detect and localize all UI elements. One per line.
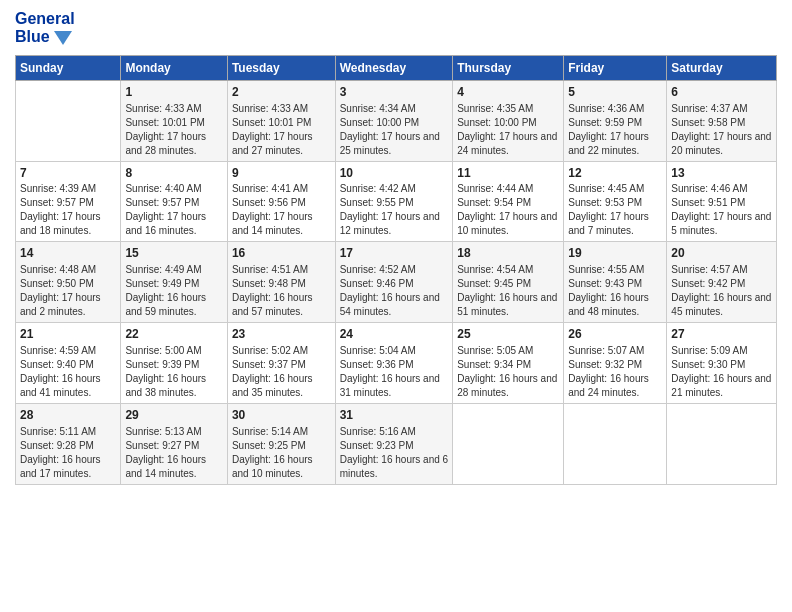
day-cell: 12Sunrise: 4:45 AMSunset: 9:53 PMDayligh… (564, 161, 667, 242)
day-number: 5 (568, 84, 662, 101)
header: General Blue (15, 10, 777, 47)
day-info: Sunrise: 4:40 AMSunset: 9:57 PMDaylight:… (125, 182, 222, 238)
day-number: 1 (125, 84, 222, 101)
day-cell: 4Sunrise: 4:35 AMSunset: 10:00 PMDayligh… (453, 80, 564, 161)
day-number: 2 (232, 84, 331, 101)
day-cell: 19Sunrise: 4:55 AMSunset: 9:43 PMDayligh… (564, 242, 667, 323)
logo: General Blue (15, 10, 75, 47)
day-cell: 10Sunrise: 4:42 AMSunset: 9:55 PMDayligh… (335, 161, 453, 242)
day-info: Sunrise: 4:59 AMSunset: 9:40 PMDaylight:… (20, 344, 116, 400)
day-info: Sunrise: 5:00 AMSunset: 9:39 PMDaylight:… (125, 344, 222, 400)
day-number: 18 (457, 245, 559, 262)
day-number: 3 (340, 84, 449, 101)
day-number: 22 (125, 326, 222, 343)
logo-text: General Blue (15, 10, 75, 47)
day-info: Sunrise: 4:33 AMSunset: 10:01 PMDaylight… (232, 102, 331, 158)
day-number: 8 (125, 165, 222, 182)
day-number: 9 (232, 165, 331, 182)
day-info: Sunrise: 4:46 AMSunset: 9:51 PMDaylight:… (671, 182, 772, 238)
day-number: 6 (671, 84, 772, 101)
day-cell: 18Sunrise: 4:54 AMSunset: 9:45 PMDayligh… (453, 242, 564, 323)
day-info: Sunrise: 4:55 AMSunset: 9:43 PMDaylight:… (568, 263, 662, 319)
day-cell: 25Sunrise: 5:05 AMSunset: 9:34 PMDayligh… (453, 323, 564, 404)
day-cell: 21Sunrise: 4:59 AMSunset: 9:40 PMDayligh… (16, 323, 121, 404)
day-info: Sunrise: 4:49 AMSunset: 9:49 PMDaylight:… (125, 263, 222, 319)
day-number: 30 (232, 407, 331, 424)
day-cell (453, 403, 564, 484)
weekday-header-friday: Friday (564, 55, 667, 80)
day-cell: 28Sunrise: 5:11 AMSunset: 9:28 PMDayligh… (16, 403, 121, 484)
weekday-header-wednesday: Wednesday (335, 55, 453, 80)
day-cell: 22Sunrise: 5:00 AMSunset: 9:39 PMDayligh… (121, 323, 227, 404)
weekday-header-tuesday: Tuesday (227, 55, 335, 80)
day-cell: 3Sunrise: 4:34 AMSunset: 10:00 PMDayligh… (335, 80, 453, 161)
day-cell: 24Sunrise: 5:04 AMSunset: 9:36 PMDayligh… (335, 323, 453, 404)
day-number: 11 (457, 165, 559, 182)
day-cell: 13Sunrise: 4:46 AMSunset: 9:51 PMDayligh… (667, 161, 777, 242)
day-cell: 2Sunrise: 4:33 AMSunset: 10:01 PMDayligh… (227, 80, 335, 161)
day-number: 12 (568, 165, 662, 182)
day-info: Sunrise: 4:44 AMSunset: 9:54 PMDaylight:… (457, 182, 559, 238)
day-info: Sunrise: 4:34 AMSunset: 10:00 PMDaylight… (340, 102, 449, 158)
day-info: Sunrise: 4:42 AMSunset: 9:55 PMDaylight:… (340, 182, 449, 238)
day-number: 17 (340, 245, 449, 262)
day-info: Sunrise: 5:02 AMSunset: 9:37 PMDaylight:… (232, 344, 331, 400)
day-number: 16 (232, 245, 331, 262)
weekday-header-sunday: Sunday (16, 55, 121, 80)
day-info: Sunrise: 4:51 AMSunset: 9:48 PMDaylight:… (232, 263, 331, 319)
svg-marker-0 (54, 31, 72, 45)
day-number: 14 (20, 245, 116, 262)
day-info: Sunrise: 5:07 AMSunset: 9:32 PMDaylight:… (568, 344, 662, 400)
day-number: 15 (125, 245, 222, 262)
day-cell: 23Sunrise: 5:02 AMSunset: 9:37 PMDayligh… (227, 323, 335, 404)
day-info: Sunrise: 4:37 AMSunset: 9:58 PMDaylight:… (671, 102, 772, 158)
day-cell: 8Sunrise: 4:40 AMSunset: 9:57 PMDaylight… (121, 161, 227, 242)
day-cell (16, 80, 121, 161)
week-row-2: 7Sunrise: 4:39 AMSunset: 9:57 PMDaylight… (16, 161, 777, 242)
week-row-5: 28Sunrise: 5:11 AMSunset: 9:28 PMDayligh… (16, 403, 777, 484)
day-cell (667, 403, 777, 484)
day-info: Sunrise: 5:04 AMSunset: 9:36 PMDaylight:… (340, 344, 449, 400)
weekday-header-saturday: Saturday (667, 55, 777, 80)
day-number: 19 (568, 245, 662, 262)
day-cell: 30Sunrise: 5:14 AMSunset: 9:25 PMDayligh… (227, 403, 335, 484)
weekday-header-monday: Monday (121, 55, 227, 80)
day-cell: 16Sunrise: 4:51 AMSunset: 9:48 PMDayligh… (227, 242, 335, 323)
day-number: 26 (568, 326, 662, 343)
day-info: Sunrise: 4:57 AMSunset: 9:42 PMDaylight:… (671, 263, 772, 319)
week-row-1: 1Sunrise: 4:33 AMSunset: 10:01 PMDayligh… (16, 80, 777, 161)
day-number: 23 (232, 326, 331, 343)
day-info: Sunrise: 5:14 AMSunset: 9:25 PMDaylight:… (232, 425, 331, 481)
day-info: Sunrise: 4:52 AMSunset: 9:46 PMDaylight:… (340, 263, 449, 319)
day-cell: 15Sunrise: 4:49 AMSunset: 9:49 PMDayligh… (121, 242, 227, 323)
logo-triangle-icon (52, 29, 74, 47)
day-cell: 14Sunrise: 4:48 AMSunset: 9:50 PMDayligh… (16, 242, 121, 323)
day-cell: 20Sunrise: 4:57 AMSunset: 9:42 PMDayligh… (667, 242, 777, 323)
day-number: 25 (457, 326, 559, 343)
day-info: Sunrise: 4:33 AMSunset: 10:01 PMDaylight… (125, 102, 222, 158)
day-number: 29 (125, 407, 222, 424)
day-number: 13 (671, 165, 772, 182)
day-number: 10 (340, 165, 449, 182)
day-number: 7 (20, 165, 116, 182)
page: General Blue SundayMondayTuesdayWednesda… (0, 0, 792, 612)
day-cell: 5Sunrise: 4:36 AMSunset: 9:59 PMDaylight… (564, 80, 667, 161)
day-info: Sunrise: 4:41 AMSunset: 9:56 PMDaylight:… (232, 182, 331, 238)
day-number: 28 (20, 407, 116, 424)
day-number: 21 (20, 326, 116, 343)
day-info: Sunrise: 5:11 AMSunset: 9:28 PMDaylight:… (20, 425, 116, 481)
week-row-3: 14Sunrise: 4:48 AMSunset: 9:50 PMDayligh… (16, 242, 777, 323)
day-info: Sunrise: 4:39 AMSunset: 9:57 PMDaylight:… (20, 182, 116, 238)
day-cell: 11Sunrise: 4:44 AMSunset: 9:54 PMDayligh… (453, 161, 564, 242)
day-info: Sunrise: 5:13 AMSunset: 9:27 PMDaylight:… (125, 425, 222, 481)
day-number: 27 (671, 326, 772, 343)
day-info: Sunrise: 4:35 AMSunset: 10:00 PMDaylight… (457, 102, 559, 158)
weekday-header-thursday: Thursday (453, 55, 564, 80)
day-number: 31 (340, 407, 449, 424)
day-cell: 26Sunrise: 5:07 AMSunset: 9:32 PMDayligh… (564, 323, 667, 404)
day-cell: 17Sunrise: 4:52 AMSunset: 9:46 PMDayligh… (335, 242, 453, 323)
day-cell: 7Sunrise: 4:39 AMSunset: 9:57 PMDaylight… (16, 161, 121, 242)
day-info: Sunrise: 4:36 AMSunset: 9:59 PMDaylight:… (568, 102, 662, 158)
day-info: Sunrise: 5:09 AMSunset: 9:30 PMDaylight:… (671, 344, 772, 400)
day-info: Sunrise: 5:05 AMSunset: 9:34 PMDaylight:… (457, 344, 559, 400)
